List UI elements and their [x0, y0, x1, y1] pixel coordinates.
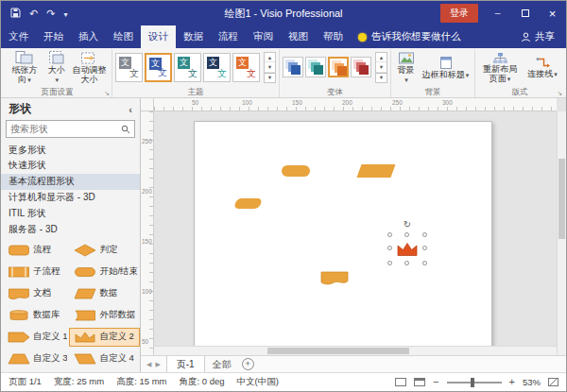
- rotation-handle-icon[interactable]: [404, 220, 411, 230]
- master-custom-4[interactable]: 自定义 4: [69, 349, 140, 368]
- master-database[interactable]: 数据库: [3, 306, 69, 325]
- tab-draw[interactable]: 绘图: [106, 26, 141, 48]
- fit-page-icon[interactable]: [548, 378, 558, 386]
- master-document[interactable]: 文档: [3, 284, 69, 303]
- shape-search-input[interactable]: [10, 124, 118, 134]
- next-page-icon[interactable]: [155, 361, 160, 368]
- status-page-count[interactable]: 页面 1/1: [9, 376, 42, 388]
- canvas-shape-process[interactable]: [282, 165, 310, 177]
- presentation-view-icon[interactable]: [414, 378, 425, 386]
- variant-thumbnail[interactable]: [283, 57, 303, 77]
- stencil-computers-monitors[interactable]: 计算机和显示器 - 3D: [1, 190, 140, 206]
- vertical-scrollbar-thumb[interactable]: [558, 159, 565, 239]
- theme-thumbnail-selected[interactable]: 文文: [145, 53, 172, 82]
- stencil-basic-flowchart[interactable]: 基本流程图形状: [1, 174, 140, 190]
- tab-view[interactable]: 视图: [281, 26, 316, 48]
- tab-home[interactable]: 开始: [36, 26, 71, 48]
- stencil-servers-3d[interactable]: 服务器 - 3D: [1, 221, 140, 237]
- master-custom-2-selected[interactable]: 自定义 2: [69, 328, 140, 347]
- variant-thumbnail[interactable]: [305, 57, 326, 77]
- selection-handle[interactable]: [422, 246, 427, 250]
- share-button[interactable]: 共享: [509, 26, 566, 48]
- theme-thumbnail[interactable]: 文文: [203, 53, 231, 82]
- master-custom-3[interactable]: 自定义 3: [3, 349, 69, 368]
- tab-help[interactable]: 帮助: [316, 26, 351, 48]
- vertical-scrollbar[interactable]: [557, 111, 566, 355]
- canvas-shape-document[interactable]: [320, 271, 349, 286]
- autosize-button[interactable]: 自动调整大小: [70, 50, 109, 86]
- stencil-more-shapes[interactable]: 更多形状: [1, 142, 140, 158]
- tab-file[interactable]: 文件: [1, 26, 36, 48]
- variant-thumbnail-selected[interactable]: [328, 57, 349, 77]
- all-pages-button[interactable]: 全部: [205, 356, 239, 372]
- horizontal-scrollbar-thumb[interactable]: [267, 348, 409, 354]
- selection-handle[interactable]: [387, 232, 392, 237]
- sign-in-button[interactable]: 登录: [440, 4, 478, 23]
- stencil-quick-shapes[interactable]: 快速形状: [1, 158, 140, 174]
- theme-thumbnail[interactable]: 文文: [174, 53, 201, 82]
- selection-handle[interactable]: [387, 261, 392, 265]
- master-data[interactable]: 数据: [69, 284, 140, 303]
- theme-thumbnail[interactable]: 文文: [232, 53, 260, 82]
- zoom-slider[interactable]: [447, 382, 502, 383]
- ribbon-tab-row: 文件 开始 插入 绘图 设计 数据 流程 审阅 视图 帮助 告诉我你想要做什么 …: [1, 26, 566, 48]
- master-start-end[interactable]: 开始/结束: [69, 263, 140, 281]
- tab-data[interactable]: 数据: [176, 26, 211, 48]
- gallery-scroll-up-icon[interactable]: [376, 53, 387, 62]
- selection-handle[interactable]: [422, 232, 427, 237]
- canvas-shape-rounded[interactable]: [233, 198, 263, 209]
- variant-thumbnail[interactable]: [351, 57, 371, 77]
- undo-icon[interactable]: [29, 9, 38, 19]
- customize-qat-icon[interactable]: [63, 9, 67, 19]
- horizontal-scrollbar[interactable]: [154, 346, 557, 355]
- stencil-itil[interactable]: ITIL 形状: [1, 205, 140, 221]
- close-button[interactable]: [539, 1, 566, 26]
- theme-thumbnail[interactable]: 文文: [115, 53, 143, 82]
- drawing-canvas[interactable]: 50 100 150 200 250 300 250 200 150 100 5…: [141, 98, 566, 355]
- gallery-scroll-down-icon[interactable]: [376, 62, 387, 72]
- tab-design[interactable]: 设计: [141, 26, 176, 48]
- size-button[interactable]: 大小: [45, 49, 68, 86]
- selection-handle[interactable]: [387, 246, 392, 250]
- normal-view-icon[interactable]: [395, 378, 406, 386]
- page-setup-dialog-launcher-icon[interactable]: [104, 90, 110, 96]
- orientation-button[interactable]: 纸张方向: [6, 49, 43, 86]
- tab-process[interactable]: 流程: [211, 26, 246, 48]
- gallery-more-icon[interactable]: [265, 73, 275, 82]
- search-icon[interactable]: [121, 125, 130, 134]
- connectors-button[interactable]: 连接线: [524, 55, 561, 79]
- layout-dialog-launcher-icon[interactable]: [557, 90, 562, 96]
- drawing-page[interactable]: [194, 121, 492, 353]
- status-language[interactable]: 中文(中国): [237, 376, 279, 388]
- master-custom-1[interactable]: 自定义 1: [3, 328, 69, 347]
- selection-handle[interactable]: [422, 261, 427, 265]
- insert-page-icon[interactable]: [242, 358, 254, 370]
- gallery-scroll-down-icon[interactable]: [265, 62, 275, 72]
- page-tab-1[interactable]: 页-1: [166, 356, 205, 372]
- minimize-button[interactable]: [484, 1, 511, 26]
- zoom-level[interactable]: 53%: [523, 377, 541, 387]
- tell-me-box[interactable]: 告诉我你想要做什么: [351, 26, 469, 48]
- master-external-data[interactable]: 外部数据: [69, 306, 140, 325]
- canvas-shape-data[interactable]: [356, 164, 395, 178]
- previous-page-icon[interactable]: [146, 361, 151, 368]
- master-process[interactable]: 流程: [3, 241, 69, 260]
- master-decision[interactable]: 判定: [69, 241, 140, 260]
- gallery-more-icon[interactable]: [376, 73, 387, 82]
- tab-review[interactable]: 审阅: [246, 26, 281, 48]
- master-subprocess[interactable]: 子流程: [3, 263, 69, 281]
- maximize-button[interactable]: [511, 1, 539, 26]
- relayout-page-button[interactable]: 重新布局 页面: [478, 51, 522, 85]
- gallery-scroll-up-icon[interactable]: [265, 53, 275, 62]
- background-button[interactable]: 背景: [394, 50, 418, 86]
- zoom-out-icon[interactable]: −: [433, 377, 438, 387]
- tab-insert[interactable]: 插入: [71, 26, 106, 48]
- selection-handle[interactable]: [404, 232, 409, 237]
- collapse-panel-icon[interactable]: [129, 104, 132, 115]
- zoom-slider-thumb[interactable]: [471, 378, 474, 387]
- save-icon[interactable]: [10, 8, 21, 20]
- redo-icon[interactable]: [46, 9, 55, 19]
- borders-titles-button[interactable]: 边框和标题: [420, 55, 472, 80]
- selection-handle[interactable]: [404, 261, 409, 265]
- zoom-in-icon[interactable]: +: [509, 377, 515, 387]
